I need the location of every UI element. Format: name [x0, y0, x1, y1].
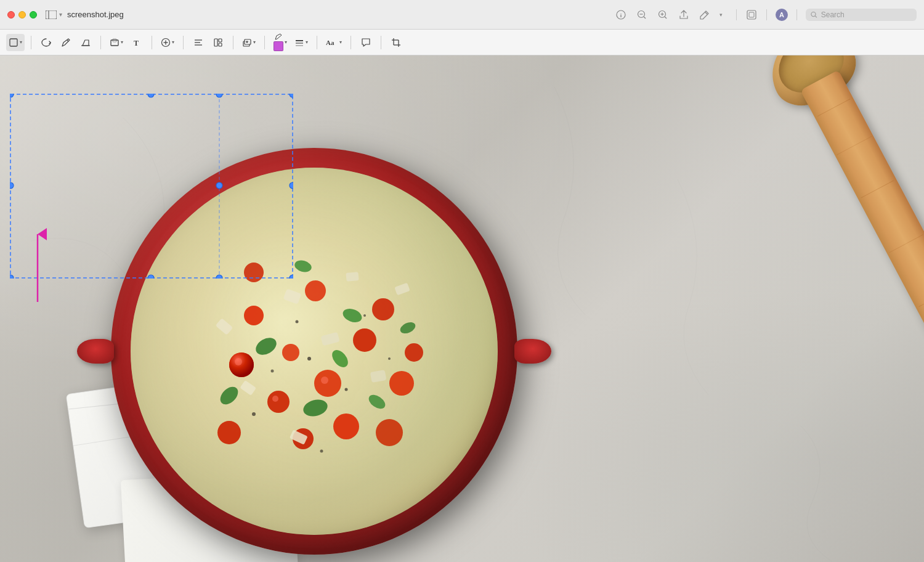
speech-tool[interactable]	[357, 34, 375, 51]
svg-rect-76	[216, 318, 233, 335]
sidebar-toggle-icon[interactable]	[44, 10, 58, 20]
svg-line-17	[67, 40, 68, 41]
svg-point-50	[389, 371, 414, 396]
svg-point-14	[811, 12, 816, 16]
svg-rect-30	[219, 43, 222, 46]
insert-icon	[161, 38, 171, 47]
stroke-tool[interactable]: ▾	[292, 34, 310, 51]
svg-point-67	[293, 259, 313, 274]
account-icon[interactable]: A	[776, 9, 788, 21]
arrange-tool[interactable]: ▾	[240, 34, 258, 51]
annotate-chevron-icon[interactable]: ▾	[719, 12, 723, 18]
sidebar-chevron-icon[interactable]: ▾	[59, 11, 62, 18]
svg-point-81	[363, 314, 366, 317]
erase-tool[interactable]	[77, 34, 94, 51]
svg-point-51	[372, 298, 394, 320]
svg-point-60	[272, 396, 278, 402]
svg-rect-19	[111, 40, 118, 46]
shape-tool[interactable]: ▾	[107, 34, 126, 51]
insert-arrow-icon: ▾	[172, 39, 174, 45]
svg-point-82	[296, 320, 299, 324]
svg-rect-73	[370, 370, 387, 383]
draw-tool[interactable]	[57, 34, 75, 51]
svg-point-45	[267, 391, 290, 413]
svg-point-56	[405, 343, 423, 362]
svg-point-64	[301, 397, 329, 418]
svg-rect-75	[394, 283, 410, 296]
color-tool[interactable]: ▾	[271, 34, 290, 51]
pan-handle-left	[77, 339, 114, 364]
svg-text:i: i	[620, 12, 622, 18]
svg-point-59	[235, 358, 242, 365]
info-icon[interactable]: i	[615, 9, 627, 21]
svg-point-46	[314, 370, 341, 397]
pan-outer	[111, 148, 517, 555]
draw-icon	[61, 38, 71, 47]
align-tool[interactable]	[190, 34, 207, 51]
svg-point-66	[217, 383, 241, 408]
svg-text:Aa: Aa	[326, 39, 334, 46]
search-divider	[796, 9, 797, 20]
shape-arrow-icon: ▾	[121, 39, 123, 45]
share-icon[interactable]	[678, 9, 690, 21]
layout-tool[interactable]	[209, 34, 227, 51]
minimize-button[interactable]	[18, 11, 26, 18]
erase-icon	[81, 38, 91, 47]
svg-point-63	[341, 306, 364, 325]
font-size-tool[interactable]: Aa ▾	[323, 34, 344, 51]
toolbar-divider-2	[766, 9, 767, 20]
svg-point-78	[307, 357, 311, 360]
svg-point-52	[244, 306, 264, 325]
color-pen-icon	[274, 33, 283, 41]
sep-3	[152, 36, 152, 49]
toolbar-divider	[736, 9, 737, 20]
align-icon	[193, 38, 203, 47]
svg-point-62	[253, 335, 279, 359]
layout-icon	[213, 38, 223, 47]
svg-rect-12	[747, 10, 756, 19]
sep-4	[183, 36, 184, 49]
svg-point-80	[271, 370, 274, 373]
svg-line-10	[665, 17, 667, 18]
svg-rect-29	[219, 39, 222, 42]
window-icon[interactable]	[745, 9, 758, 21]
zoom-in-icon[interactable]	[657, 9, 669, 21]
svg-point-58	[244, 263, 264, 282]
annotate-icon[interactable]	[699, 9, 711, 21]
svg-point-85	[320, 450, 323, 453]
filename-label: screenshot.jpeg	[67, 10, 124, 19]
select-tool[interactable]: ▾	[6, 34, 25, 51]
speech-icon	[361, 38, 371, 47]
lasso-tool[interactable]	[38, 34, 55, 51]
crop-tool[interactable]	[387, 34, 405, 51]
maximize-button[interactable]	[30, 11, 37, 18]
pan-interior	[131, 168, 498, 535]
titlebar-actions: i	[615, 9, 917, 21]
svg-rect-28	[214, 39, 217, 46]
lasso-icon	[41, 38, 51, 47]
svg-point-53	[217, 421, 241, 444]
close-button[interactable]	[7, 11, 15, 18]
sep-9	[381, 36, 381, 49]
stroke-arrow-icon: ▾	[306, 39, 308, 45]
titlebar: ▾ screenshot.jpeg i	[0, 0, 924, 30]
svg-rect-77	[346, 272, 359, 282]
main-content: ף	[0, 55, 924, 562]
svg-point-83	[388, 357, 391, 360]
svg-text:T: T	[134, 39, 139, 47]
svg-point-55	[305, 280, 326, 301]
pan-handle-right	[514, 339, 551, 364]
zoom-out-icon[interactable]	[636, 9, 648, 21]
insert-tool[interactable]: ▾	[158, 34, 177, 51]
sep-6	[264, 36, 265, 49]
svg-line-6	[644, 17, 646, 18]
arrange-arrow-icon: ▾	[253, 39, 256, 45]
search-bar[interactable]	[806, 9, 917, 21]
stroke-icon	[294, 38, 304, 47]
select-arrow-icon: ▾	[20, 39, 22, 45]
text-tool[interactable]: T	[128, 34, 145, 51]
toolbar: ▾ ▾ T	[0, 30, 924, 55]
svg-line-15	[815, 15, 817, 17]
sep-2	[100, 36, 101, 49]
search-input[interactable]	[821, 10, 912, 19]
